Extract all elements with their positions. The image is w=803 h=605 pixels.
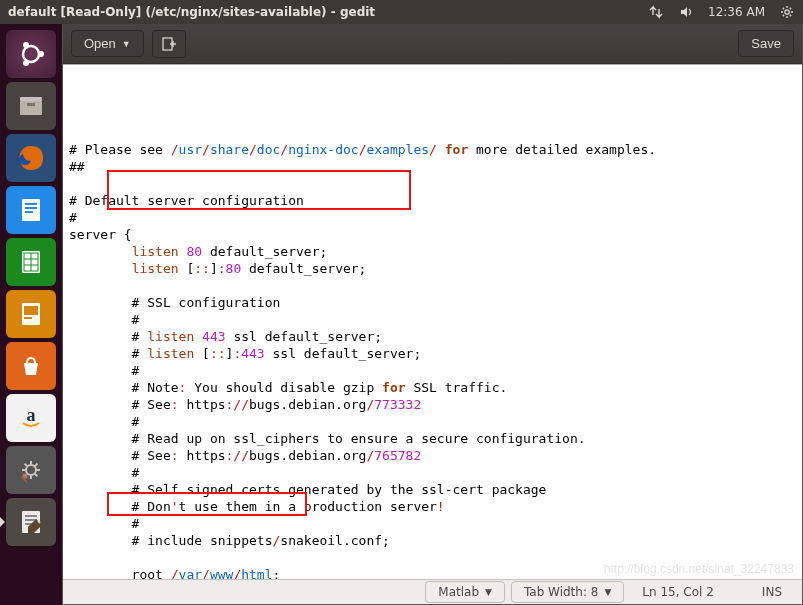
window-title: default [Read-Only] (/etc/nginx/sites-av…: [8, 5, 648, 19]
editor-line: listen [::]:80 default_server;: [69, 260, 802, 277]
launcher-impress[interactable]: [6, 290, 56, 338]
unity-launcher: a: [0, 24, 62, 605]
svg-point-3: [23, 42, 29, 48]
editor-line: # SSL configuration: [69, 294, 802, 311]
clock[interactable]: 12:36 AM: [708, 5, 765, 19]
svg-rect-11: [25, 203, 37, 205]
editor-line: # Self signed certs generated by the ssl…: [69, 481, 802, 498]
statusbar: Matlab▼ Tab Width: 8▼ Ln 15, Col 2 INS: [63, 579, 802, 604]
editor-line: # listen [::]:443 ssl default_server;: [69, 345, 802, 362]
editor-line: # See: https://bugs.debian.org/773332: [69, 396, 802, 413]
editor-line: ##: [69, 158, 802, 175]
svg-rect-8: [27, 103, 35, 106]
svg-rect-12: [25, 207, 37, 209]
watermark: http://blog.csdn.net/sinat_32247833: [604, 562, 794, 576]
editor-line: server {: [69, 226, 802, 243]
editor-line: # Don't use them in a production server!: [69, 498, 802, 515]
open-button[interactable]: Open ▼: [71, 30, 144, 57]
launcher-files[interactable]: [6, 82, 56, 130]
launcher-software[interactable]: [6, 342, 56, 390]
system-tray: 12:36 AM: [648, 4, 795, 20]
svg-rect-10: [22, 199, 40, 221]
insert-mode: INS: [750, 582, 794, 602]
menubar: default [Read-Only] (/etc/nginx/sites-av…: [0, 0, 803, 24]
editor-line: #: [69, 464, 802, 481]
editor-line: # listen 443 ssl default_server;: [69, 328, 802, 345]
editor-line: # Default server configuration: [69, 192, 802, 209]
launcher-gedit[interactable]: [6, 498, 56, 546]
svg-rect-13: [25, 211, 33, 213]
tab-width-selector[interactable]: Tab Width: 8▼: [511, 581, 624, 603]
editor-line: #: [69, 413, 802, 430]
svg-point-1: [23, 46, 39, 62]
editor-line: #: [69, 311, 802, 328]
launcher-dash[interactable]: [6, 30, 56, 78]
launcher-settings[interactable]: [6, 446, 56, 494]
svg-point-4: [23, 60, 29, 66]
editor-line: # Note: You should disable gzip for SSL …: [69, 379, 802, 396]
cursor-position: Ln 15, Col 2: [630, 582, 726, 602]
editor-line: # Read up on ssl_ciphers to ensure a sec…: [69, 430, 802, 447]
editor-line: [69, 175, 802, 192]
svg-rect-27: [25, 515, 37, 517]
open-label: Open: [84, 36, 116, 51]
editor-line: [69, 277, 802, 294]
language-selector[interactable]: Matlab▼: [425, 581, 505, 603]
chevron-down-icon: ▼: [122, 39, 131, 49]
svg-rect-5: [20, 97, 42, 101]
new-tab-icon: [161, 36, 177, 52]
toolbar: Open ▼ Save: [63, 24, 802, 64]
save-button[interactable]: Save: [738, 30, 794, 57]
sound-icon[interactable]: [678, 4, 694, 20]
editor-line: #: [69, 209, 802, 226]
editor-line: # include snippets/snakeoil.conf;: [69, 532, 802, 549]
editor-line: # Please see /usr/share/doc/nginx-doc/ex…: [69, 141, 802, 158]
svg-text:a: a: [27, 405, 36, 425]
launcher-amazon[interactable]: a: [6, 394, 56, 442]
svg-point-0: [785, 10, 789, 14]
svg-rect-21: [24, 317, 32, 319]
gear-icon[interactable]: [779, 4, 795, 20]
editor-line: listen 80 default_server;: [69, 243, 802, 260]
network-icon[interactable]: [648, 4, 664, 20]
editor-line: # See: https://bugs.debian.org/765782: [69, 447, 802, 464]
new-document-button[interactable]: [152, 30, 186, 58]
save-label: Save: [751, 36, 781, 51]
editor-line: #: [69, 515, 802, 532]
gedit-window: Open ▼ Save # Please see /usr/share/doc/…: [62, 24, 803, 605]
svg-point-2: [38, 51, 44, 57]
editor-line: #: [69, 362, 802, 379]
svg-rect-20: [24, 306, 38, 315]
launcher-calc[interactable]: [6, 238, 56, 286]
launcher-firefox[interactable]: [6, 134, 56, 182]
launcher-writer[interactable]: [6, 186, 56, 234]
text-editor[interactable]: # Please see /usr/share/doc/nginx-doc/ex…: [63, 64, 802, 579]
